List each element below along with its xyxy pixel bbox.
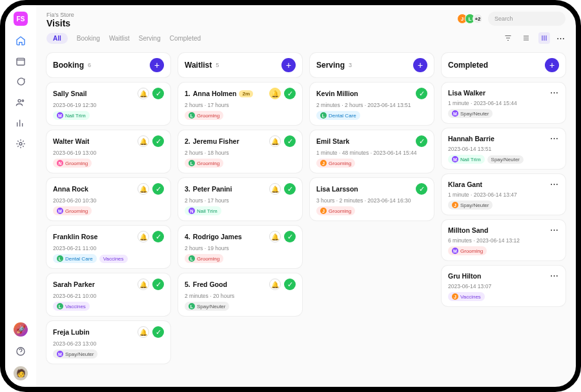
more-menu-icon[interactable]: ⋯ [556, 34, 566, 43]
check-icon[interactable]: ✓ [152, 88, 164, 99]
tag-label: Grooming [197, 256, 219, 262]
card[interactable]: Sally Snail🔔✓2023-06-19 12:30MNail Trim [46, 83, 170, 125]
column-title: Waitlist [185, 61, 212, 70]
check-icon[interactable]: ✓ [152, 279, 164, 290]
card-more-icon[interactable]: ⋯ [550, 133, 559, 143]
add-button[interactable]: + [413, 58, 427, 72]
card-tags: MNail Trim [53, 111, 164, 120]
tag-grooming: JGrooming [316, 159, 355, 168]
card[interactable]: Lisa Walker⋯1 minute · 2023-06-14 15:44M… [442, 83, 566, 123]
help-icon[interactable] [15, 346, 26, 357]
card[interactable]: Hannah Barrie⋯2023-06-14 13:51MNail Trim… [442, 128, 566, 169]
card[interactable]: Anna Rock🔔✓2023-06-20 10:30MGrooming [46, 178, 170, 220]
check-icon[interactable]: ✓ [284, 135, 296, 147]
card-actions: ⋯ [550, 179, 559, 189]
card-tags: JSpay/Neuter [448, 201, 559, 210]
bell-icon[interactable]: 🔔 [138, 135, 149, 147]
column-count: 3 [349, 62, 352, 68]
card-tags: JGrooming [316, 206, 427, 215]
filter-icon[interactable] [502, 32, 514, 44]
check-icon[interactable]: ✓ [416, 135, 427, 147]
bell-icon[interactable]: 🔔 [138, 326, 149, 338]
store-avatar[interactable]: FS [14, 12, 28, 26]
check-icon[interactable]: ✓ [416, 183, 427, 195]
tab-booking[interactable]: Booking [77, 35, 100, 42]
tag-dot: M [452, 156, 458, 162]
card[interactable]: 5. Fred Good🔔✓2 minutes · 20 hoursLSpay/… [178, 273, 302, 316]
bell-icon[interactable]: 🔔 [138, 183, 149, 195]
check-icon[interactable]: ✓ [284, 88, 296, 99]
add-button[interactable]: + [150, 58, 164, 72]
bell-icon[interactable]: 🔔 [138, 88, 149, 99]
add-button[interactable]: + [545, 58, 559, 72]
card-more-icon[interactable]: ⋯ [550, 271, 559, 280]
card-more-icon[interactable]: ⋯ [550, 225, 559, 235]
bell-icon[interactable]: 🔔 [269, 279, 281, 290]
check-icon[interactable]: ✓ [152, 135, 164, 147]
card[interactable]: 3. Peter Panini🔔✓2 hours · 17 hoursNNail… [178, 178, 302, 220]
chat-icon[interactable] [15, 76, 26, 88]
check-icon[interactable]: ✓ [284, 183, 296, 195]
home-icon[interactable] [15, 35, 26, 46]
tab-all[interactable]: All [46, 33, 68, 44]
card[interactable]: Lisa Larsson✓3 hours · 2 minutes · 2023-… [310, 178, 434, 220]
card-actions: 🔔✓ [269, 135, 296, 147]
chart-icon[interactable] [15, 117, 26, 129]
card[interactable]: Walter Wait🔔✓2023-06-19 13:00NGrooming [46, 130, 170, 173]
svg-point-3 [19, 142, 22, 145]
card-name: Fred Good [193, 280, 227, 288]
users-icon[interactable] [15, 97, 26, 108]
column-title: Completed [448, 61, 488, 70]
check-icon[interactable]: ✓ [284, 231, 296, 242]
calendar-icon[interactable] [15, 55, 26, 67]
tag-label: Vaccines [65, 304, 86, 309]
card-meta: 2 hours · 17 hours [185, 102, 296, 108]
tab-serving[interactable]: Serving [139, 35, 161, 42]
card-meta: 2 minutes · 20 hours [185, 293, 296, 299]
bell-alert-icon[interactable]: 🔔 [269, 88, 281, 99]
card-meta: 2 minutes · 2 hours · 2023-06-14 13:51 [316, 102, 427, 108]
card[interactable]: Klara Gant⋯1 minute · 2023-06-14 13:47JS… [442, 174, 566, 215]
collaborator-avatars[interactable]: J L +2 [460, 14, 483, 24]
card[interactable]: Millton Sand⋯6 minutes · 2023-06-14 13:1… [442, 220, 566, 260]
gear-icon[interactable] [15, 138, 26, 150]
add-button[interactable]: + [281, 58, 296, 72]
tab-completed[interactable]: Completed [170, 35, 201, 42]
card[interactable]: Gru Hilton⋯2023-06-14 13:07JVaccines [442, 266, 566, 306]
tag-vaccines: JVaccines [448, 292, 485, 301]
tab-waitlist[interactable]: Waitlist [109, 35, 130, 42]
list-view-icon[interactable] [520, 32, 532, 44]
bell-icon[interactable]: 🔔 [269, 231, 281, 242]
card[interactable]: Franklin Rose🔔✓2023-06-21 11:00LDental C… [46, 226, 170, 268]
card[interactable]: Emil Stark✓1 minute · 48 minutes · 2023-… [310, 130, 434, 173]
user-avatar[interactable]: 🧑 [14, 366, 28, 380]
rocket-icon[interactable]: 🚀 [14, 322, 28, 337]
board: Booking6+Sally Snail🔔✓2023-06-19 12:30MN… [36, 48, 576, 387]
check-icon[interactable]: ✓ [152, 231, 164, 242]
card[interactable]: 4. Rodrigo James🔔✓2 hours · 19 hoursLGro… [178, 226, 302, 268]
check-icon[interactable]: ✓ [284, 279, 296, 290]
check-icon[interactable]: ✓ [416, 88, 427, 99]
card[interactable]: 1. Anna Holmen 2m🔔✓2 hours · 17 hoursLGr… [178, 83, 302, 125]
card-more-icon[interactable]: ⋯ [550, 88, 559, 97]
bell-icon[interactable]: 🔔 [269, 135, 281, 147]
card[interactable]: 2. Jeremu Fisher🔔✓2 hours · 18 hoursLGro… [178, 130, 302, 173]
check-icon[interactable]: ✓ [152, 326, 164, 338]
card[interactable]: Kevin Million✓2 minutes · 2 hours · 2023… [310, 83, 434, 125]
board-view-icon[interactable] [538, 32, 550, 44]
tag-spay: Spay/Neuter [487, 155, 524, 164]
card-actions: 🔔✓ [138, 88, 164, 99]
bell-icon[interactable]: 🔔 [269, 183, 281, 195]
bell-icon[interactable]: 🔔 [138, 279, 149, 290]
left-nav: FS 🚀 🧑 [5, 5, 36, 387]
search-placeholder: Search [494, 15, 513, 22]
bell-icon[interactable]: 🔔 [138, 231, 149, 242]
card-name: Hannah Barrie [448, 135, 494, 142]
card[interactable]: Freja Lubin🔔✓2023-06-23 13:00MSpay/Neute… [46, 321, 170, 364]
card[interactable]: Sarah Parker🔔✓2023-06-21 10:00LVaccines [46, 273, 170, 316]
card-more-icon[interactable]: ⋯ [550, 179, 559, 189]
search-input[interactable]: Search [488, 12, 566, 26]
card-meta: 2023-06-20 10:30 [53, 197, 164, 204]
card-actions: ⋯ [550, 88, 559, 97]
check-icon[interactable]: ✓ [152, 183, 164, 195]
